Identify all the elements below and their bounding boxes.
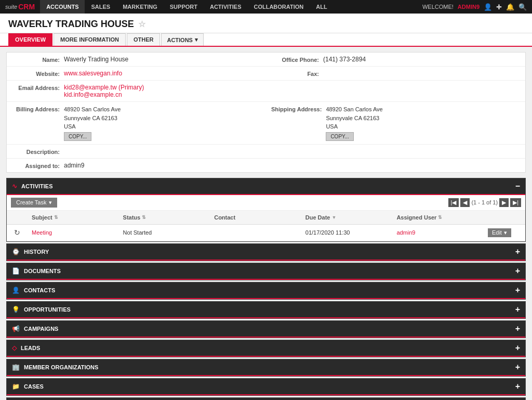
create-task-button[interactable]: Create Task ▾	[11, 198, 57, 208]
th-checkbox	[7, 213, 28, 222]
detail-row-website: Website: www.salesvegan.info Fax:	[7, 67, 525, 81]
cases-expand-icon[interactable]: +	[515, 382, 520, 391]
first-page-button[interactable]: |◀	[448, 198, 459, 207]
nav-right: WELCOME! ADMIN9 👤 ✚ 🔔 🔍	[422, 3, 532, 11]
search-icon[interactable]: 🔍	[518, 3, 527, 11]
nav-sales[interactable]: SALES	[85, 0, 116, 14]
subpanel-member-orgs: 🏢 MEMBER ORGANIZATIONS +	[6, 359, 526, 377]
detail-row-assigned: Assigned to: admin9	[7, 159, 525, 172]
favorite-star-icon[interactable]: ☆	[138, 19, 145, 29]
subpanel-documents: 📄 DOCUMENTS +	[6, 263, 526, 280]
billing-label: Billing Address:	[12, 105, 64, 112]
documents-icon: 📄	[12, 267, 20, 275]
welcome-text: WELCOME!	[422, 4, 454, 10]
billing-copy-button[interactable]: COPY...	[64, 132, 91, 141]
user-icon[interactable]: 👤	[484, 3, 492, 11]
assigned-user-link[interactable]: admin9	[396, 229, 415, 236]
add-icon[interactable]: ✚	[496, 3, 502, 11]
th-contact[interactable]: Contact	[210, 213, 301, 222]
dropdown-arrow-icon: ▾	[49, 199, 52, 206]
activities-collapse-icon[interactable]: −	[515, 182, 520, 191]
member-orgs-expand-icon[interactable]: +	[515, 363, 520, 372]
documents-expand-icon[interactable]: +	[515, 266, 520, 276]
name-value: Waverly Trading House	[64, 56, 261, 63]
subpanel-activities-header[interactable]: ∿ ACTIVITIES −	[7, 178, 525, 195]
subpanel-history-header[interactable]: ⌚ HISTORY +	[7, 244, 525, 261]
last-page-button[interactable]: ▶|	[510, 198, 521, 207]
opportunities-expand-icon[interactable]: +	[515, 305, 520, 314]
admin-link[interactable]: ADMIN9	[458, 4, 480, 10]
logo: suite CRM	[0, 3, 40, 11]
description-label: Description:	[12, 148, 64, 155]
subpanel-documents-header[interactable]: 📄 DOCUMENTS +	[7, 263, 525, 280]
nav-all[interactable]: ALL	[310, 0, 333, 14]
subpanel-contacts: 👤 CONTACTS +	[6, 282, 526, 300]
assigned-value: admin9	[64, 162, 520, 169]
nav-accounts[interactable]: ACCOUNTS	[40, 0, 85, 14]
row-icon: ↻	[7, 227, 28, 238]
th-assigned-user[interactable]: Assigned User ⇅	[392, 213, 484, 222]
office-phone-value: (141) 373-2894	[323, 56, 520, 63]
contacts-expand-icon[interactable]: +	[515, 286, 520, 295]
tab-actions[interactable]: ACTIONS ▾	[161, 33, 204, 46]
tab-other[interactable]: OTHER	[127, 33, 161, 46]
nav-activities[interactable]: ACTIVITIES	[204, 0, 248, 14]
name-label: Name:	[12, 56, 64, 63]
sort-icon-active: ▼	[331, 215, 336, 220]
campaigns-expand-icon[interactable]: +	[515, 324, 520, 333]
email1-link[interactable]: kid28@example.tw (Primary)	[64, 84, 144, 91]
billing-address: 48920 San Carlos Ave Sunnyvale CA 62163 …	[64, 105, 261, 141]
detail-row-name: Name: Waverly Trading House Office Phone…	[7, 53, 525, 67]
bell-icon[interactable]: 🔔	[506, 3, 514, 11]
pagination: |◀ ◀ (1 - 1 of 1) ▶ ▶|	[448, 198, 521, 207]
page-title: WAVERLY TRADING HOUSE	[8, 19, 134, 30]
page-header: WAVERLY TRADING HOUSE ☆	[0, 14, 532, 33]
history-title: HISTORY	[24, 249, 49, 255]
row-due-date: 01/17/2020 11:30	[301, 228, 393, 237]
prev-page-button[interactable]: ◀	[460, 198, 470, 207]
subpanel-campaigns-header[interactable]: 📢 CAMPAIGNS +	[7, 321, 525, 338]
leads-expand-icon[interactable]: +	[515, 343, 520, 353]
edit-button[interactable]: Edit ▾	[488, 228, 511, 237]
documents-title: DOCUMENTS	[24, 268, 61, 274]
nav-collaboration[interactable]: COLLABORATION	[247, 0, 310, 14]
th-due-date[interactable]: Due Date ▼	[301, 213, 393, 222]
contacts-icon: 👤	[12, 287, 20, 294]
email-label: Email Address:	[12, 84, 64, 91]
meeting-link[interactable]: Meeting	[32, 229, 52, 236]
th-subject[interactable]: Subject ⇅	[28, 213, 119, 222]
subpanel-history: ⌚ HISTORY +	[6, 243, 526, 261]
row-edit: Edit ▾	[484, 227, 525, 239]
subpanel-leads: ◇ LEADS +	[6, 340, 526, 357]
campaigns-icon: 📢	[12, 325, 20, 332]
tab-overview[interactable]: OVERVIEW	[8, 33, 52, 46]
subpanel-campaigns: 📢 CAMPAIGNS +	[6, 320, 526, 338]
row-subject: Meeting	[28, 228, 119, 237]
cases-title: CASES	[24, 383, 44, 390]
nav-marketing[interactable]: MARKETING	[116, 0, 164, 14]
sort-icon: ⇅	[142, 215, 146, 220]
subpanel-quotes-header[interactable]: £ QUOTES +	[7, 398, 525, 401]
nav-support[interactable]: SUPPORT	[164, 0, 204, 14]
website-value[interactable]: www.salesvegan.info	[64, 70, 261, 77]
subpanel-leads-header[interactable]: ◇ LEADS +	[7, 340, 525, 357]
history-expand-icon[interactable]: +	[515, 247, 520, 256]
row-assigned: admin9	[392, 228, 484, 237]
activities-toolbar: Create Task ▾ |◀ ◀ (1 - 1 of 1) ▶ ▶|	[7, 195, 525, 211]
detail-view: Name: Waverly Trading House Office Phone…	[6, 52, 526, 173]
subpanel-member-orgs-header[interactable]: 🏢 MEMBER ORGANIZATIONS +	[7, 359, 525, 376]
activities-body: Create Task ▾ |◀ ◀ (1 - 1 of 1) ▶ ▶| Sub…	[7, 195, 525, 241]
pagination-text: (1 - 1 of 1)	[471, 199, 498, 205]
tab-more-info[interactable]: MORE INFORMATION	[54, 33, 126, 46]
history-icon: ⌚	[12, 248, 20, 255]
detail-row-description: Description:	[7, 145, 525, 159]
th-status[interactable]: Status ⇅	[119, 213, 210, 222]
leads-title: LEADS	[21, 345, 40, 351]
chevron-down-icon: ▾	[195, 36, 198, 43]
email2-link[interactable]: kid.info@example.cn	[64, 91, 122, 98]
subpanel-contacts-header[interactable]: 👤 CONTACTS +	[7, 282, 525, 299]
subpanel-opportunities-header[interactable]: 💡 OPPORTUNITIES +	[7, 302, 525, 318]
subpanel-cases-header[interactable]: 📁 CASES +	[7, 379, 525, 395]
next-page-button[interactable]: ▶	[499, 198, 509, 207]
shipping-copy-button[interactable]: COPY...	[326, 132, 353, 141]
